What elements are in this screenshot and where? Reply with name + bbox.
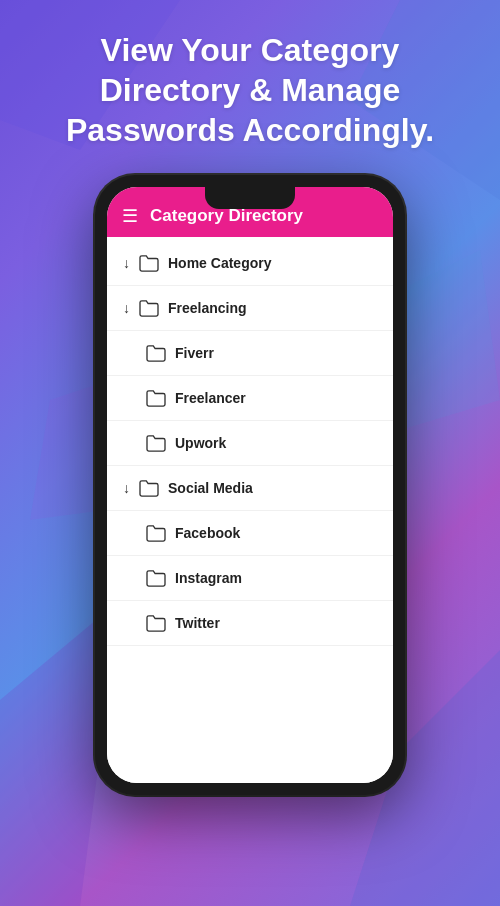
category-list: ↓ Home Category ↓ Freelancing Fiverr	[107, 237, 393, 783]
item-label: Facebook	[175, 525, 240, 541]
list-item[interactable]: Instagram	[107, 556, 393, 601]
folder-icon	[138, 254, 160, 272]
item-label: Freelancing	[168, 300, 247, 316]
phone-notch	[205, 187, 295, 209]
app-bar-title: Category Directory	[150, 206, 303, 226]
item-label: Twitter	[175, 615, 220, 631]
list-item[interactable]: ↓ Home Category	[107, 241, 393, 286]
folder-icon	[145, 524, 167, 542]
list-item[interactable]: Freelancer	[107, 376, 393, 421]
item-label: Freelancer	[175, 390, 246, 406]
folder-icon	[145, 614, 167, 632]
item-label: Upwork	[175, 435, 226, 451]
arrow-down-icon: ↓	[123, 480, 130, 496]
list-item[interactable]: ↓ Freelancing	[107, 286, 393, 331]
hamburger-icon[interactable]: ☰	[122, 205, 138, 227]
phone-frame: ☰ Category Directory ↓ Home Category ↓ F…	[95, 175, 405, 795]
list-item[interactable]: Upwork	[107, 421, 393, 466]
item-label: Fiverr	[175, 345, 214, 361]
list-item[interactable]: ↓ Social Media	[107, 466, 393, 511]
folder-icon	[138, 299, 160, 317]
item-label: Instagram	[175, 570, 242, 586]
item-label: Social Media	[168, 480, 253, 496]
folder-icon	[145, 344, 167, 362]
folder-icon	[145, 434, 167, 452]
phone-screen: ☰ Category Directory ↓ Home Category ↓ F…	[107, 187, 393, 783]
list-item[interactable]: Fiverr	[107, 331, 393, 376]
headline-text: View Your Category Directory & Manage Pa…	[0, 0, 500, 170]
item-label: Home Category	[168, 255, 271, 271]
list-item[interactable]: Facebook	[107, 511, 393, 556]
list-item[interactable]: Twitter	[107, 601, 393, 646]
arrow-down-icon: ↓	[123, 300, 130, 316]
folder-icon	[138, 479, 160, 497]
folder-icon	[145, 389, 167, 407]
folder-icon	[145, 569, 167, 587]
arrow-down-icon: ↓	[123, 255, 130, 271]
